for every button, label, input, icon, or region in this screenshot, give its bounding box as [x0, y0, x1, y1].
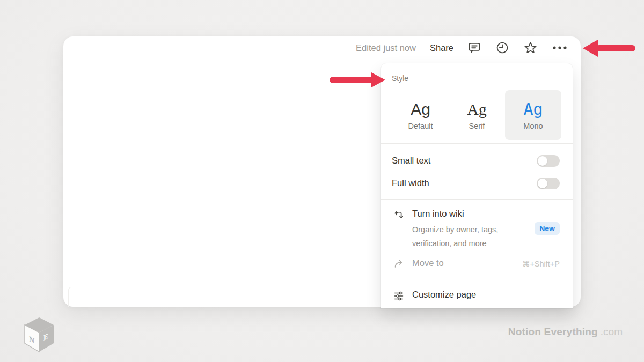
style-label-serif: Serif	[469, 122, 485, 130]
move-to-item[interactable]: Move to	[412, 258, 444, 268]
page-topbar: Edited just now Share	[356, 40, 568, 56]
style-option-serif[interactable]: Ag Serif	[449, 90, 505, 140]
comment-bubble-icon[interactable]	[467, 41, 481, 55]
style-option-default[interactable]: Ag Default	[392, 90, 449, 140]
style-section-label: Style	[392, 74, 408, 83]
new-badge: New	[535, 222, 560, 235]
edited-timestamp: Edited just now	[356, 43, 416, 53]
notion-everything-logo: N E	[24, 316, 55, 353]
wiki-description: Organize by owner, tags, verification, a…	[412, 223, 498, 250]
page-options-menu: Style Ag Default Ag Serif Ag Mono Small …	[381, 63, 573, 308]
full-width-toggle[interactable]	[537, 178, 560, 189]
full-width-label: Full width	[392, 178, 429, 188]
share-button[interactable]: Share	[430, 43, 453, 53]
wiki-description-line2: verification, and more	[412, 237, 498, 250]
sliders-icon	[393, 291, 404, 301]
style-label-default: Default	[408, 122, 433, 130]
clock-updates-icon[interactable]	[495, 41, 509, 55]
watermark: Notion Everything.com	[508, 326, 623, 338]
style-preview-default: Ag	[411, 100, 430, 119]
page-inner-element-edge	[68, 287, 369, 307]
style-preview-mono: Ag	[523, 100, 543, 119]
menu-divider	[381, 279, 573, 279]
annotation-arrow-more-menu	[583, 39, 636, 60]
menu-divider	[381, 143, 573, 144]
menu-divider	[381, 199, 573, 200]
customize-page-item[interactable]: Customize page	[412, 290, 476, 300]
curved-arrow-icon	[393, 258, 404, 269]
style-label-mono: Mono	[523, 122, 543, 130]
watermark-suffix: .com	[601, 326, 623, 337]
annotation-arrow-style	[328, 72, 385, 90]
repeat-cycle-icon	[393, 210, 404, 220]
star-favorite-icon[interactable]	[523, 41, 538, 55]
small-text-toggle[interactable]	[537, 155, 560, 167]
ellipsis-more-icon[interactable]	[552, 41, 568, 55]
turn-into-wiki-item[interactable]: Turn into wiki	[412, 209, 464, 219]
wiki-description-line1: Organize by owner, tags,	[412, 223, 498, 237]
toggle-knob	[538, 179, 547, 188]
small-text-label: Small text	[392, 156, 430, 166]
style-option-mono[interactable]: Ag Mono	[505, 90, 561, 140]
style-preview-serif: Ag	[467, 100, 487, 119]
move-to-shortcut: ⌘+Shift+P	[522, 260, 560, 268]
toggle-knob	[538, 156, 547, 166]
style-options-group: Ag Default Ag Serif Ag Mono	[392, 90, 561, 140]
watermark-brand: Notion Everything	[508, 326, 598, 337]
